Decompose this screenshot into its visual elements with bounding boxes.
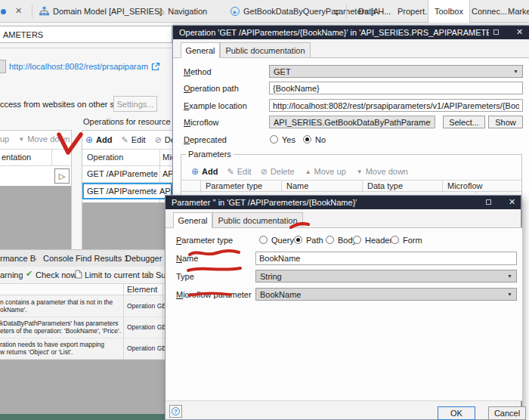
page-icon: [75, 270, 82, 279]
select-microflow-button[interactable]: Select...: [443, 116, 485, 128]
parameters-legend: Parameters: [186, 150, 234, 159]
resources-toolbar: up ▼ Move down: [0, 134, 70, 144]
error-text-line2: eters of the operation: 'BookName', 'Pri…: [0, 327, 121, 335]
edit-icon: ✎: [121, 135, 128, 145]
ok-button[interactable]: OK: [438, 406, 475, 420]
microflow-label: Microflow: [184, 118, 218, 127]
example-location-input[interactable]: [269, 99, 523, 112]
tab-separator: [32, 5, 32, 18]
delete-icon: ⊘: [261, 167, 268, 177]
service-location-link[interactable]: http://localhost:8082/rest/prsapiparamet…: [9, 62, 148, 71]
radio-path-label: Path: [306, 236, 323, 245]
tab-public-documentation[interactable]: Public documentation: [212, 212, 303, 228]
dock-tab-performance-bot[interactable]: rmance Bot: [0, 254, 36, 263]
tab-general[interactable]: General: [173, 212, 212, 228]
dock-tab-find-results[interactable]: Find Results 1: [76, 254, 128, 263]
tab-label: General: [178, 216, 207, 225]
deprecated-no-label: No: [315, 135, 326, 144]
help-button[interactable]: ?: [169, 405, 182, 418]
radio-path[interactable]: [294, 236, 302, 244]
type-value: String: [260, 272, 282, 281]
element-column-header[interactable]: Element: [127, 285, 157, 294]
limit-to-tab-button[interactable]: Limit to current tab: [85, 270, 153, 279]
operation-row[interactable]: GET /APIParemeters API_S: [82, 166, 173, 182]
location-prefix-box: [0, 60, 6, 73]
panel-tab-data-hub[interactable]: Data H...: [352, 0, 397, 23]
tab-public-documentation[interactable]: Public documentation: [220, 42, 311, 58]
microflow-value: API_SERIES.GetBookDataByPathParameters: [274, 118, 431, 127]
tab-navigation[interactable]: ⌂ Navigation: [159, 0, 207, 23]
close-icon[interactable]: ✕: [516, 28, 523, 36]
panel-tab-toolbox[interactable]: Toolbox: [428, 0, 470, 23]
parameters-header-row: Parameter type Name Data type Microflow …: [181, 180, 521, 192]
close-icon[interactable]: ✕: [509, 198, 515, 206]
external-link-icon[interactable]: [151, 62, 160, 71]
error-row[interactable]: ration needs to have export mapping w re…: [0, 338, 172, 359]
example-location-label: Example location: [184, 101, 247, 110]
microflow-column-header[interactable]: Micr: [162, 153, 173, 162]
col-data-type[interactable]: Data type: [367, 181, 403, 190]
service-name-fragment: AMETERS: [3, 30, 43, 39]
check-icon: ✔: [26, 269, 32, 279]
delete-parameter-button[interactable]: Delete: [271, 167, 295, 176]
maximize-icon[interactable]: [493, 29, 499, 35]
operation-column-header[interactable]: Operation: [87, 153, 123, 162]
show-microflow-button[interactable]: Show: [488, 116, 523, 128]
close-tab-icon[interactable]: ✕: [15, 6, 22, 16]
deprecated-label: Deprecated: [184, 135, 227, 144]
move-down-button[interactable]: Move down: [366, 167, 408, 176]
microflow-play-icon: ▶: [230, 7, 240, 16]
deprecated-no-radio[interactable]: [303, 135, 311, 144]
col-name[interactable]: Name: [286, 181, 308, 190]
method-dropdown[interactable]: GET▼: [269, 65, 523, 78]
move-up-button[interactable]: Move up: [314, 167, 346, 176]
warnings-fragment[interactable]: arnings: [0, 270, 23, 279]
errors-header-row: Element: [0, 283, 172, 295]
deprecated-yes-radio[interactable]: [270, 135, 278, 144]
app-window: ✕ Domain Model [API_SERIES] ⌂ Navigation…: [0, 0, 529, 420]
parameter-name-input[interactable]: [255, 252, 517, 265]
microflow-parameter-dropdown[interactable]: BookName▼: [255, 288, 517, 301]
tab-domain-model[interactable]: Domain Model [API_SERIES]: [39, 0, 162, 23]
error-row[interactable]: kDataByPathParameters' has parameters et…: [0, 317, 172, 338]
move-down-button[interactable]: Move down: [27, 134, 70, 144]
chevron-down-icon: ▼: [513, 69, 518, 74]
panel-tab-marketplace[interactable]: Market...: [502, 0, 529, 23]
dialog-title: Parameter '' in 'GET /APIParemeters/{Boo…: [172, 198, 357, 207]
error-row[interactable]: n contains a parameter that is not in th…: [0, 296, 172, 317]
col-parameter-type[interactable]: Parameter type: [206, 181, 262, 190]
move-up-fragment[interactable]: up: [0, 134, 9, 144]
tab-general[interactable]: General: [181, 42, 220, 58]
dock-tab-debugger[interactable]: Debugger: [125, 254, 162, 263]
show-microflow-button[interactable]: ▷: [54, 168, 70, 184]
microflow-parameter-value: BookName: [260, 290, 301, 299]
radio-header[interactable]: [353, 236, 361, 244]
radio-form[interactable]: [391, 236, 399, 244]
edit-parameter-button[interactable]: Edit: [237, 167, 252, 176]
suppress-warning-icon: ⚠: [145, 269, 153, 279]
tab-label: Public documentation: [218, 216, 297, 225]
maximize-icon[interactable]: [486, 199, 491, 205]
operation-row-selected[interactable]: GET /APIParemeters/{Bo... API_S: [82, 183, 172, 199]
error-text-line1: ration needs to have export mapping: [0, 341, 121, 348]
panel-tab-label: Market...: [508, 7, 529, 16]
check-now-button[interactable]: Check now: [36, 270, 76, 279]
error-text-line2: w returns 'Object' or 'List'.: [0, 348, 121, 356]
settings-button[interactable]: Settings...: [113, 96, 157, 112]
operation-dialog-titlebar[interactable]: Operation 'GET /APIParemeters/{BookName}…: [173, 26, 529, 39]
radio-body[interactable]: [326, 236, 334, 244]
operation-path-input[interactable]: [269, 82, 523, 94]
parameter-dialog-titlebar[interactable]: Parameter '' in 'GET /APIParemeters/{Boo…: [166, 196, 521, 209]
microflow-value-box: API_SERIES.GetBookDataByPathParameters: [269, 116, 435, 128]
tab-list-icon[interactable]: [333, 7, 342, 20]
operation-cell: GET /APIParemeters/{Bo...: [87, 187, 156, 196]
radio-form-label: Form: [403, 236, 422, 245]
type-dropdown[interactable]: String▼: [255, 270, 517, 283]
edit-operation-button[interactable]: Edit: [131, 135, 146, 144]
cancel-button[interactable]: Cancel: [488, 406, 526, 420]
dock-tab-console[interactable]: Console: [43, 254, 73, 263]
radio-query[interactable]: [259, 236, 268, 244]
add-parameter-button[interactable]: Add: [202, 167, 218, 176]
move-down-icon: ▼: [357, 168, 363, 175]
add-operation-button[interactable]: Add: [96, 135, 112, 144]
